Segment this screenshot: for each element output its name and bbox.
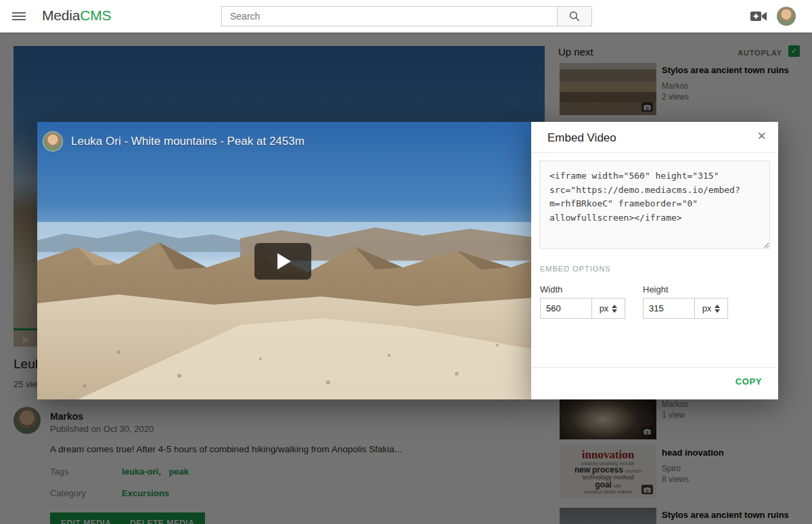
- close-icon[interactable]: ×: [757, 129, 766, 144]
- user-avatar[interactable]: [777, 7, 796, 26]
- embed-preview-player[interactable]: Leuka Ori - White mountains - Peak at 24…: [37, 122, 531, 399]
- embed-options-label: EMBED OPTIONS: [540, 265, 611, 273]
- logo-cms: CMS: [80, 7, 111, 23]
- logo-media: Media: [42, 7, 80, 23]
- preview-play-button[interactable]: [254, 243, 311, 280]
- width-unit-select[interactable]: px: [592, 298, 625, 319]
- height-unit-value: px: [702, 303, 712, 313]
- search-bar: [221, 6, 592, 26]
- dialog-title: Embed Video: [547, 131, 616, 145]
- width-unit-value: px: [600, 303, 609, 313]
- width-label: Width: [540, 284, 562, 294]
- height-input[interactable]: [643, 298, 695, 319]
- search-button[interactable]: [557, 6, 592, 26]
- height-label: Height: [643, 284, 669, 294]
- height-unit-select[interactable]: px: [695, 298, 728, 319]
- embed-code-textarea[interactable]: <iframe width="560" height="315" src="ht…: [539, 160, 770, 249]
- preview-video-title: Leuka Ori - White mountains - Peak at 24…: [71, 135, 304, 148]
- preview-author-avatar[interactable]: [43, 131, 63, 152]
- app-logo[interactable]: MediaCMS: [42, 7, 111, 24]
- width-input[interactable]: [540, 298, 592, 319]
- copy-button[interactable]: COPY: [736, 376, 762, 387]
- menu-icon[interactable]: [12, 9, 26, 23]
- play-icon: [277, 253, 291, 269]
- search-input[interactable]: [221, 6, 557, 26]
- embed-video-dialog: Embed Video × <iframe width="560" height…: [531, 122, 778, 399]
- upload-media-icon[interactable]: [750, 9, 767, 24]
- dialog-divider: [531, 367, 778, 368]
- app-header: MediaCMS: [0, 0, 812, 32]
- dialog-divider: [531, 152, 778, 153]
- spinner-arrows-icon: [715, 305, 720, 313]
- spinner-arrows-icon: [612, 305, 617, 313]
- search-icon: [568, 10, 581, 22]
